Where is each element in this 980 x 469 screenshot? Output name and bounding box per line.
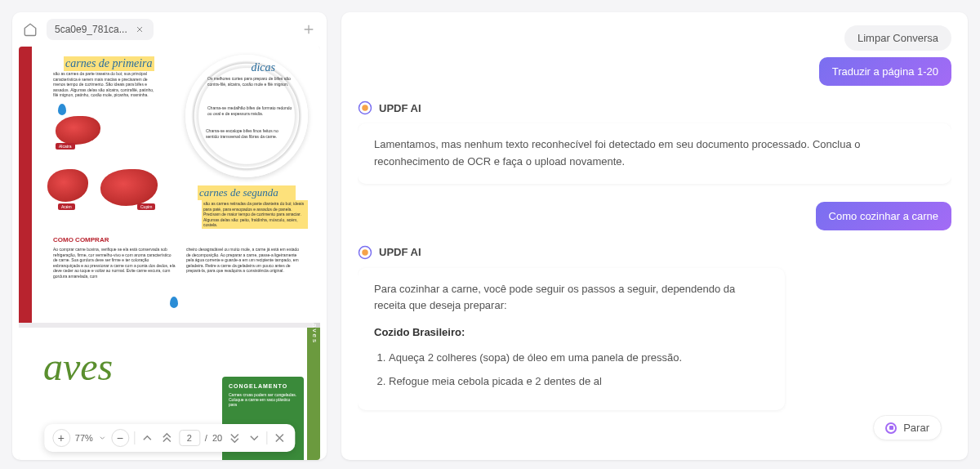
chevron-down-icon[interactable]	[98, 434, 106, 442]
heading-carnes-primeira: carnes de primeira	[64, 56, 154, 71]
step-2: Refogue meia cebola picada e 2 dentes de…	[389, 373, 768, 391]
meat-image-2	[47, 169, 88, 202]
text-carnes-primeira-desc: são as carnes da parte traseira do boi; …	[53, 71, 159, 98]
tab-filename: 5ca0e9_781ca...	[55, 24, 127, 35]
chat-pane: Limpar Conversa Traduzir a página 1-20 U…	[341, 12, 968, 460]
separator	[134, 431, 135, 444]
meat-label-cupim: Cupim	[137, 203, 155, 210]
zoom-out-button[interactable]: −	[111, 429, 129, 447]
ai-name-label: UPDF AI	[379, 102, 421, 114]
page-separator: /	[205, 433, 207, 443]
user-message-1: Traduzir a página 1-20	[819, 57, 951, 86]
home-icon	[23, 22, 38, 37]
ai-header-2: UPDF AI	[358, 245, 951, 260]
bulb-icon	[58, 104, 66, 115]
stop-button[interactable]: Parar	[873, 415, 942, 440]
ai-message-2-title: Cozido Brasileiro:	[374, 326, 465, 338]
page-current-input[interactable]	[179, 430, 200, 446]
meat-label-acem: Acém	[58, 203, 75, 210]
page-up-icon[interactable]	[140, 431, 154, 445]
text-carnes-segunda-desc: são as carnes retiradas da parte diantei…	[202, 200, 308, 229]
user-message-2: Como cozinhar a carne	[816, 202, 951, 230]
step-1: Aqueça 2 colheres (sopa) de óleo em uma …	[389, 350, 768, 367]
close-toolbar-icon[interactable]	[272, 431, 287, 445]
ai-message-2-steps: Aqueça 2 colheres (sopa) de óleo em uma …	[374, 350, 768, 391]
pdf-viewer[interactable]: carnes carnes de primeira são as carnes …	[19, 47, 320, 460]
add-tab-button[interactable]	[299, 20, 318, 39]
congelamento-title: CONGELAMENTO	[229, 383, 297, 389]
first-page-icon[interactable]	[159, 431, 174, 445]
stop-label: Parar	[903, 422, 929, 434]
heading-carnes-segunda: carnes de segunda	[198, 185, 296, 200]
ai-message-2-intro: Para cozinhar a carne, você pode seguir …	[374, 281, 768, 315]
tab-close-button[interactable]	[134, 24, 145, 35]
meat-image-1	[56, 116, 100, 145]
page-total: 20	[212, 433, 222, 443]
tip-text-3: Chama-se escalope bifes finos feitos no …	[206, 128, 287, 139]
heading-dicas: dicas	[251, 61, 275, 74]
document-viewer-pane: 5ca0e9_781ca... carnes carnes de primeir…	[12, 12, 327, 460]
heading-aves: aves	[43, 344, 113, 389]
zoom-level: 77%	[75, 433, 93, 443]
svg-point-1	[362, 105, 368, 111]
viewer-toolbar: + 77% − / 20	[44, 424, 295, 452]
document-tab[interactable]: 5ca0e9_781ca...	[47, 19, 154, 40]
zoom-in-button[interactable]: +	[52, 429, 70, 447]
congelamento-text: Carnes cruas podem ser congeladas. Coloq…	[229, 392, 297, 407]
stop-icon	[885, 422, 897, 434]
side-stripe-aves: aves	[307, 328, 320, 460]
last-page-icon[interactable]	[227, 431, 242, 445]
clear-conversation-button[interactable]: Limpar Conversa	[844, 25, 951, 51]
separator	[266, 431, 267, 444]
tab-bar: 5ca0e9_781ca...	[12, 12, 327, 47]
plus-icon	[302, 23, 315, 36]
ai-header-1: UPDF AI	[358, 100, 951, 115]
chat-messages[interactable]: Traduzir a página 1-20 UPDF AI Lamentamo…	[358, 51, 951, 447]
page-down-icon[interactable]	[247, 431, 261, 445]
chat-header: Limpar Conversa	[358, 25, 951, 51]
ai-message-1: Lamentamos, mas nenhum texto reconhecíve…	[358, 123, 951, 184]
ai-message-2: Para cozinhar a carne, você pode seguir …	[358, 268, 785, 410]
updf-ai-logo-icon	[358, 100, 372, 115]
tip-text-2: Chama-se medalhão bifes de formato redon…	[207, 105, 297, 116]
buy-text-col1: Ao comprar carne bovina, verifique se el…	[53, 247, 176, 279]
meat-image-3	[100, 169, 158, 206]
meat-label-alcatra: Alcatra	[56, 143, 75, 150]
bulb-icon-2	[170, 297, 178, 308]
section-como-comprar: COMO COMPRAR	[53, 236, 109, 243]
svg-point-3	[362, 249, 368, 256]
tip-text-1: Os melhores cortes para preparo de bifes…	[207, 76, 297, 87]
close-icon	[135, 25, 145, 34]
buy-text-col2: cheiro desagradável ou muito mole, a car…	[186, 247, 305, 274]
pdf-page-1: carnes carnes de primeira são as carnes …	[19, 47, 320, 323]
updf-ai-logo-icon	[358, 245, 372, 260]
plate-illustration	[185, 55, 308, 177]
side-stripe-carnes: carnes	[19, 47, 32, 323]
home-button[interactable]	[20, 20, 40, 39]
ai-name-label: UPDF AI	[379, 246, 421, 258]
